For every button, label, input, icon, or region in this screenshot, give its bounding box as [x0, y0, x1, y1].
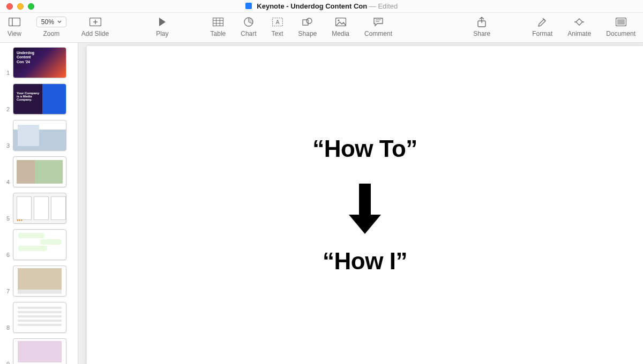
- app-window: Keynote - Underdog Content Con — Edited …: [0, 0, 643, 364]
- close-button[interactable]: [6, 3, 13, 10]
- zoom-button[interactable]: 50% Zoom: [29, 13, 74, 42]
- play-label: Play: [156, 30, 168, 37]
- shape-button[interactable]: Shape: [291, 13, 325, 42]
- zoom-label: Zoom: [43, 30, 59, 37]
- share-button[interactable]: Share: [466, 13, 498, 42]
- svg-rect-24: [617, 19, 625, 25]
- thumbnail-4[interactable]: 4: [3, 156, 74, 187]
- add-slide-label: Add Slide: [81, 30, 109, 37]
- slide-thumbnail[interactable]: [13, 120, 66, 151]
- animate-button[interactable]: Animate: [560, 13, 599, 42]
- slide-thumbnail[interactable]: [13, 229, 66, 260]
- text-button[interactable]: A Text: [264, 13, 291, 42]
- text-icon: A: [272, 16, 283, 28]
- share-icon: [477, 16, 486, 28]
- svg-rect-0: [9, 18, 20, 26]
- format-button[interactable]: Format: [525, 13, 560, 42]
- slide-text-top[interactable]: “How To”: [312, 135, 417, 162]
- slide-thumbnail[interactable]: [13, 302, 66, 333]
- svg-point-18: [338, 20, 339, 21]
- maximize-button[interactable]: [28, 3, 34, 10]
- slide-thumbnail[interactable]: Your Company is a Media Company.: [13, 84, 66, 115]
- svg-rect-5: [213, 18, 223, 26]
- keynote-app-icon: [245, 3, 252, 9]
- svg-point-16: [306, 18, 312, 24]
- slide-thumbnail[interactable]: [13, 266, 66, 297]
- sidebar-icon: [9, 16, 20, 28]
- thumbnail-8[interactable]: 8: [3, 302, 74, 333]
- thumbnail-9[interactable]: 9: [3, 338, 74, 364]
- slide-thumbnail[interactable]: [13, 338, 66, 364]
- thumbnail-7[interactable]: 7: [3, 266, 74, 297]
- shape-icon: [302, 16, 313, 28]
- window-controls: [0, 3, 34, 10]
- titlebar: Keynote - Underdog Content Con — Edited: [0, 0, 643, 13]
- format-icon: [537, 16, 547, 28]
- table-icon: [213, 16, 223, 28]
- thumbnail-3[interactable]: 3: [3, 120, 74, 151]
- play-icon: [158, 16, 167, 28]
- document-icon: [616, 16, 626, 28]
- play-button[interactable]: Play: [148, 13, 176, 42]
- window-title: Keynote - Underdog Content Con — Edited: [0, 2, 643, 10]
- slide-thumbnail[interactable]: ●●●: [13, 193, 66, 224]
- add-slide-button[interactable]: Add Slide: [74, 13, 116, 42]
- chart-button[interactable]: Chart: [233, 13, 264, 42]
- doc-name-label: Underdog Content Con: [290, 2, 367, 10]
- toolbar: View 50% Zoom Add Slide: [0, 13, 643, 43]
- zoom-chip[interactable]: 50%: [36, 17, 66, 27]
- minimize-button[interactable]: [17, 3, 24, 10]
- body: 1 Underdog Content Con '24 2 Your Compan…: [0, 43, 643, 364]
- slide-navigator[interactable]: 1 Underdog Content Con '24 2 Your Compan…: [0, 43, 78, 364]
- slide-thumbnail[interactable]: [13, 156, 66, 187]
- table-button[interactable]: Table: [203, 13, 234, 42]
- svg-text:A: A: [275, 19, 279, 25]
- thumbnail-6[interactable]: 6: [3, 229, 74, 260]
- app-name-label: Keynote: [257, 2, 284, 10]
- media-icon: [335, 16, 346, 28]
- comment-icon: [373, 16, 384, 28]
- slide-thumbnail[interactable]: Underdog Content Con '24: [13, 47, 66, 78]
- thumbnail-2[interactable]: 2 Your Company is a Media Company.: [3, 84, 74, 115]
- view-label: View: [8, 30, 21, 37]
- chevron-down-icon: [57, 20, 62, 24]
- animate-icon: [573, 16, 585, 28]
- slide-text-bottom[interactable]: “How I”: [323, 248, 407, 275]
- view-button[interactable]: View: [0, 13, 29, 42]
- plus-slide-icon: [89, 16, 101, 28]
- slide-canvas-area[interactable]: “How To” “How I”: [78, 43, 643, 364]
- document-button[interactable]: Document: [599, 13, 643, 42]
- comment-button[interactable]: Comment: [357, 13, 400, 42]
- thumbnail-1[interactable]: 1 Underdog Content Con '24: [3, 47, 74, 78]
- chart-icon: [244, 16, 253, 28]
- thumbnail-5[interactable]: 5 ●●●: [3, 193, 74, 224]
- current-slide[interactable]: “How To” “How I”: [87, 46, 643, 364]
- media-button[interactable]: Media: [324, 13, 357, 42]
- doc-status-label: Edited: [378, 2, 398, 10]
- zoom-value: 50%: [41, 18, 54, 26]
